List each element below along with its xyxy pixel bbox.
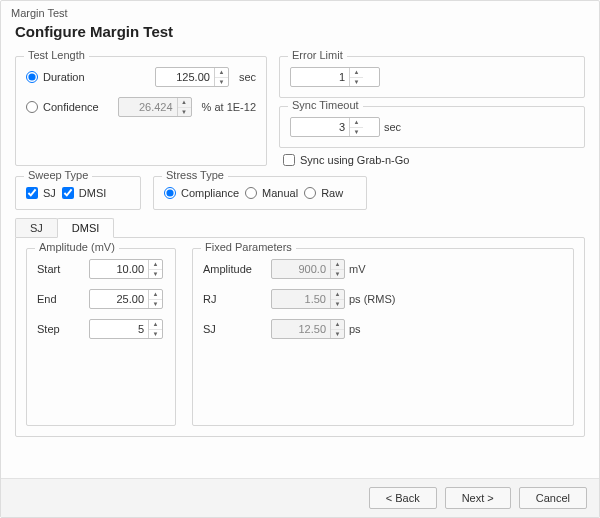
fixed-rj-input — [272, 290, 330, 308]
sweep-type-group: Sweep Type SJ DMSI — [15, 176, 141, 210]
fixed-rj-label: RJ — [203, 293, 271, 305]
down-icon: ▼ — [331, 270, 344, 279]
up-icon[interactable]: ▲ — [149, 260, 162, 270]
up-icon: ▲ — [331, 320, 344, 330]
fixed-params-group: Fixed Parameters Amplitude ▲▼ mV RJ ▲▼ — [192, 248, 574, 426]
duration-unit: sec — [239, 71, 256, 83]
fixed-rj-spinner: ▲▼ — [271, 289, 345, 309]
sync-grab-label: Sync using Grab-n-Go — [300, 154, 409, 166]
down-icon[interactable]: ▼ — [149, 330, 162, 339]
stress-type-group: Stress Type Compliance Manual Raw — [153, 176, 367, 210]
stress-raw-radio[interactable]: Raw — [304, 187, 343, 199]
up-icon[interactable]: ▲ — [350, 118, 363, 128]
stress-type-legend: Stress Type — [162, 169, 228, 181]
fixed-params-legend: Fixed Parameters — [201, 241, 296, 253]
down-icon: ▼ — [178, 108, 191, 117]
sweep-sj-label: SJ — [43, 187, 56, 199]
stress-manual-radio[interactable]: Manual — [245, 187, 298, 199]
sync-timeout-group: Sync Timeout ▲▼ sec — [279, 106, 585, 148]
back-button[interactable]: < Back — [369, 487, 437, 509]
down-icon[interactable]: ▼ — [215, 78, 228, 87]
down-icon: ▼ — [331, 300, 344, 309]
sweep-sj-checkbox[interactable]: SJ — [26, 187, 56, 199]
confidence-input — [119, 98, 177, 116]
stress-compliance-label: Compliance — [181, 187, 239, 199]
error-limit-spinner[interactable]: ▲▼ — [290, 67, 380, 87]
tabs-header: SJ DMSI — [15, 218, 585, 237]
confidence-radio-label: Confidence — [43, 101, 99, 113]
error-limit-legend: Error Limit — [288, 49, 347, 61]
fixed-amp-spinner: ▲▼ — [271, 259, 345, 279]
confidence-spinner: ▲▼ — [118, 97, 192, 117]
test-length-legend: Test Length — [24, 49, 89, 61]
sync-grab-checkbox[interactable]: Sync using Grab-n-Go — [283, 154, 585, 166]
down-icon: ▼ — [331, 330, 344, 339]
sweep-type-legend: Sweep Type — [24, 169, 92, 181]
fixed-sj-label: SJ — [203, 323, 271, 335]
up-icon: ▲ — [331, 260, 344, 270]
up-icon[interactable]: ▲ — [350, 68, 363, 78]
amp-end-label: End — [37, 293, 89, 305]
fixed-sj-input — [272, 320, 330, 338]
down-icon[interactable]: ▼ — [350, 128, 363, 137]
sync-timeout-legend: Sync Timeout — [288, 99, 363, 111]
stress-compliance-radio[interactable]: Compliance — [164, 187, 239, 199]
amp-step-input[interactable] — [90, 320, 148, 338]
amplitude-legend: Amplitude (mV) — [35, 241, 119, 253]
content: Test Length Duration ▲▼ sec — [1, 48, 599, 478]
tab-sj[interactable]: SJ — [15, 218, 58, 237]
fixed-amp-label: Amplitude — [203, 263, 271, 275]
footer: < Back Next > Cancel — [1, 478, 599, 517]
next-button[interactable]: Next > — [445, 487, 511, 509]
window: Margin Test Configure Margin Test Test L… — [0, 0, 600, 518]
sync-timeout-input[interactable] — [291, 118, 349, 136]
up-icon: ▲ — [331, 290, 344, 300]
stress-manual-label: Manual — [262, 187, 298, 199]
fixed-rj-unit: ps (RMS) — [349, 293, 395, 305]
sweep-dmsi-label: DMSI — [79, 187, 107, 199]
cancel-button[interactable]: Cancel — [519, 487, 587, 509]
test-length-group: Test Length Duration ▲▼ sec — [15, 56, 267, 166]
tab-dmsi[interactable]: DMSI — [57, 218, 115, 238]
amplitude-group: Amplitude (mV) Start ▲▼ End ▲▼ — [26, 248, 176, 426]
down-icon[interactable]: ▼ — [149, 300, 162, 309]
fixed-sj-spinner: ▲▼ — [271, 319, 345, 339]
down-icon[interactable]: ▼ — [149, 270, 162, 279]
amp-start-label: Start — [37, 263, 89, 275]
up-icon: ▲ — [178, 98, 191, 108]
sync-timeout-spinner[interactable]: ▲▼ — [290, 117, 380, 137]
confidence-unit: % at 1E-12 — [202, 101, 256, 113]
up-icon[interactable]: ▲ — [149, 320, 162, 330]
down-icon[interactable]: ▼ — [350, 78, 363, 87]
error-limit-group: Error Limit ▲▼ — [279, 56, 585, 98]
amp-start-input[interactable] — [90, 260, 148, 278]
confidence-radio[interactable]: Confidence — [26, 101, 99, 113]
duration-input[interactable] — [156, 68, 214, 86]
window-title: Margin Test — [1, 1, 599, 21]
error-limit-input[interactable] — [291, 68, 349, 86]
amp-step-label: Step — [37, 323, 89, 335]
fixed-amp-input — [272, 260, 330, 278]
sweep-dmsi-checkbox[interactable]: DMSI — [62, 187, 107, 199]
amp-step-spinner[interactable]: ▲▼ — [89, 319, 163, 339]
amp-end-spinner[interactable]: ▲▼ — [89, 289, 163, 309]
tab-body-dmsi: Amplitude (mV) Start ▲▼ End ▲▼ — [15, 237, 585, 437]
fixed-sj-unit: ps — [349, 323, 361, 335]
amp-end-input[interactable] — [90, 290, 148, 308]
sync-timeout-unit: sec — [384, 121, 401, 133]
duration-spinner[interactable]: ▲▼ — [155, 67, 229, 87]
fixed-amp-unit: mV — [349, 263, 366, 275]
amp-start-spinner[interactable]: ▲▼ — [89, 259, 163, 279]
stress-raw-label: Raw — [321, 187, 343, 199]
duration-radio-label: Duration — [43, 71, 85, 83]
duration-radio[interactable]: Duration — [26, 71, 85, 83]
page-heading: Configure Margin Test — [1, 21, 599, 48]
up-icon[interactable]: ▲ — [149, 290, 162, 300]
up-icon[interactable]: ▲ — [215, 68, 228, 78]
